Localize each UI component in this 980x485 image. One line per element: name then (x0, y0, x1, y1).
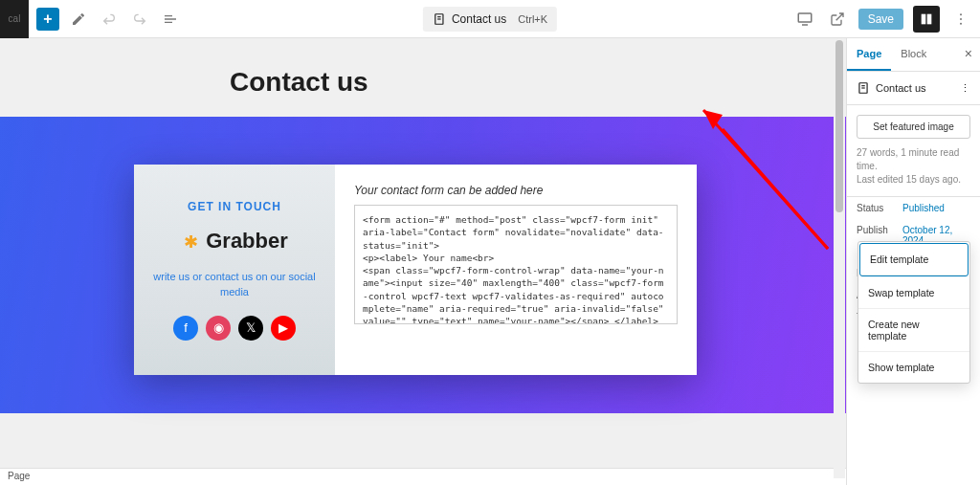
code-preview[interactable]: <form action="#" method="post" class="wp… (354, 205, 678, 324)
instagram-icon[interactable]: ◉ (206, 316, 231, 341)
form-caption: Your contact form can be added here (354, 184, 678, 197)
svg-rect-3 (798, 13, 812, 22)
panel-actions-icon[interactable]: ⋮ (960, 82, 970, 95)
page-meta-text: 27 words, 1 minute read time. Last edite… (857, 146, 970, 187)
top-toolbar: cal + Contact us Ctrl+K Save (0, 0, 980, 38)
breadcrumb-bar: Page (0, 468, 846, 485)
doc-title: Contact us (452, 12, 506, 26)
undo-icon[interactable] (98, 8, 121, 31)
dd-swap-template[interactable]: Swap template (858, 277, 969, 309)
more-options-icon[interactable] (949, 8, 972, 31)
template-dropdown: Edit template Swap template Create new t… (858, 241, 970, 384)
redo-icon[interactable] (128, 8, 151, 31)
svg-point-7 (960, 13, 962, 15)
keyboard-shortcut: Ctrl+K (518, 13, 547, 25)
close-sidebar-icon[interactable]: × (965, 46, 972, 61)
svg-rect-5 (922, 13, 926, 24)
brand-icon: ✱ (181, 231, 200, 251)
contact-card: GET IN TOUCH ✱ Grabber write us or conta… (134, 165, 697, 375)
settings-toggle-button[interactable] (913, 6, 940, 33)
dd-show-template[interactable]: Show template (858, 352, 969, 383)
edit-mode-icon[interactable] (67, 8, 90, 31)
scroll-thumb[interactable] (835, 40, 843, 212)
dd-edit-template[interactable]: Edit template (860, 244, 968, 276)
set-featured-image-button[interactable]: Set featured image (857, 115, 970, 139)
editor-canvas[interactable]: Contact us GET IN TOUCH ✱ Grabber write … (0, 38, 846, 485)
svg-point-9 (960, 22, 962, 24)
dd-create-template[interactable]: Create new template (858, 309, 969, 352)
row-status[interactable]: StatusPublished (847, 197, 980, 219)
youtube-icon[interactable]: ▶ (271, 316, 296, 341)
page-title[interactable]: Contact us (230, 67, 846, 98)
sidebar-tabs: Page Block × (847, 38, 980, 72)
x-icon[interactable]: 𝕏 (238, 316, 263, 341)
tab-block[interactable]: Block (891, 38, 936, 71)
card-form-area: Your contact form can be added here <for… (335, 165, 697, 375)
add-block-button[interactable]: + (36, 8, 59, 31)
page-icon (857, 81, 870, 95)
page-icon (433, 12, 446, 26)
document-outline-icon[interactable] (159, 8, 182, 31)
tagline: GET IN TOUCH (188, 200, 281, 213)
brand-name: Grabber (206, 229, 288, 254)
hero-background: GET IN TOUCH ✱ Grabber write us or conta… (0, 117, 846, 413)
desktop-view-icon[interactable] (793, 8, 816, 31)
external-link-icon[interactable] (826, 8, 849, 31)
brand-subtitle: write us or contact us on our social med… (148, 269, 321, 300)
site-logo[interactable]: cal (0, 0, 29, 38)
svg-point-8 (960, 18, 962, 20)
save-button[interactable]: Save (858, 9, 903, 30)
tab-page[interactable]: Page (847, 38, 891, 71)
facebook-icon[interactable]: f (173, 316, 198, 341)
panel-section-title: Contact us (876, 82, 926, 94)
document-info-bar[interactable]: Contact us Ctrl+K (423, 7, 557, 32)
svg-rect-6 (927, 13, 932, 24)
vertical-scrollbar[interactable] (834, 38, 845, 478)
card-sidebar: GET IN TOUCH ✱ Grabber write us or conta… (134, 165, 335, 375)
settings-sidebar: Page Block × Contact us ⋮ Set featured i… (846, 38, 980, 485)
